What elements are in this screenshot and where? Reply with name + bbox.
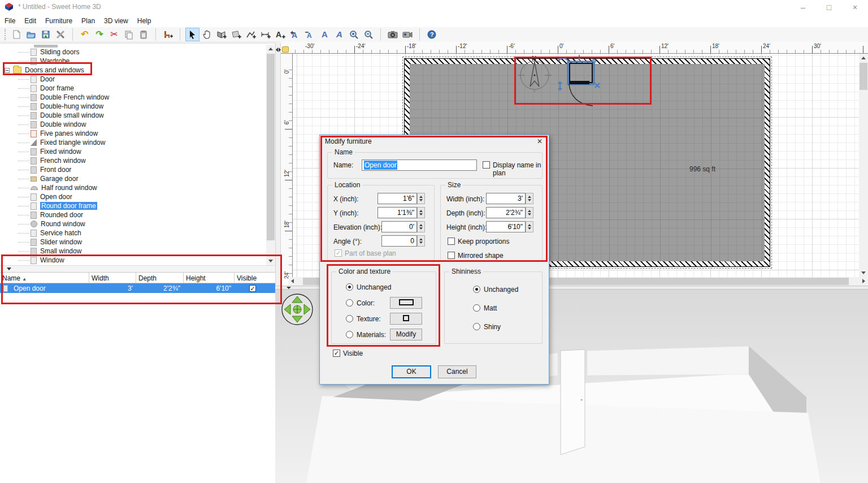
x-input[interactable]: 1'6" bbox=[377, 193, 417, 204]
catalog-item[interactable]: Door frame bbox=[0, 84, 266, 93]
catalog-item[interactable]: Front door bbox=[0, 165, 266, 174]
help-icon[interactable]: ? bbox=[425, 28, 439, 41]
mirrored-shape-checkbox[interactable] bbox=[448, 252, 455, 259]
catalog-item[interactable]: Five panes window bbox=[0, 129, 266, 138]
column-header-height[interactable]: Height bbox=[184, 273, 235, 283]
video-icon[interactable] bbox=[401, 28, 415, 41]
materials-modify-button[interactable]: Modify bbox=[390, 329, 422, 340]
scroll-left-icon[interactable] bbox=[288, 277, 297, 286]
3d-navigation-control[interactable] bbox=[281, 293, 314, 326]
column-header-depth[interactable]: Depth bbox=[136, 273, 184, 283]
y-input[interactable]: 1'1⅜" bbox=[377, 207, 417, 218]
cut-icon[interactable]: ✂ bbox=[107, 28, 121, 41]
depth-spinner[interactable] bbox=[526, 207, 533, 218]
ok-button[interactable]: OK bbox=[392, 365, 431, 378]
catalog-item-selected[interactable]: Round door frame bbox=[0, 201, 266, 210]
dialog-visible-checkbox[interactable]: ✓ bbox=[333, 350, 340, 357]
column-header-visible[interactable]: Visible bbox=[235, 273, 275, 283]
pan-tool-icon[interactable] bbox=[200, 28, 214, 41]
color-unchanged-radio[interactable] bbox=[346, 283, 353, 291]
column-header-width[interactable]: Width bbox=[89, 273, 136, 283]
open-folder-icon[interactable] bbox=[24, 28, 38, 41]
color-swatch-button[interactable] bbox=[390, 297, 422, 309]
catalog-item[interactable]: Half round window bbox=[0, 183, 266, 192]
scroll-down-icon[interactable] bbox=[266, 257, 275, 265]
angle-spinner[interactable] bbox=[417, 235, 425, 247]
elevation-input[interactable]: 0' bbox=[381, 221, 417, 232]
preferences-icon[interactable] bbox=[54, 28, 68, 41]
zoom-out-icon[interactable] bbox=[362, 28, 376, 41]
catalog-item[interactable]: Double French window bbox=[0, 93, 266, 102]
splitter-arrow-icon[interactable] bbox=[287, 287, 291, 289]
splitter-arrow-icon[interactable] bbox=[7, 268, 11, 270]
width-spinner[interactable] bbox=[526, 193, 533, 204]
catalog-scrollbar[interactable] bbox=[266, 45, 275, 265]
catalog-item[interactable]: Double window bbox=[0, 120, 266, 129]
menu-furniture[interactable]: Furniture bbox=[41, 15, 77, 27]
maximize-button[interactable]: □ bbox=[816, 0, 842, 15]
decrease-text-size-icon[interactable]: A bbox=[303, 28, 317, 41]
create-dimensions-icon[interactable] bbox=[259, 28, 273, 41]
menu-3d-view[interactable]: 3D view bbox=[99, 15, 133, 27]
texture-swatch-button[interactable] bbox=[390, 313, 422, 325]
zoom-in-icon[interactable] bbox=[347, 28, 361, 41]
keep-proportions-checkbox[interactable] bbox=[448, 238, 455, 245]
add-furniture-icon[interactable] bbox=[161, 28, 175, 41]
new-file-icon[interactable] bbox=[10, 28, 24, 41]
redo-icon[interactable]: ↷ bbox=[93, 28, 107, 41]
column-header-name[interactable]: Name ▲ bbox=[0, 273, 89, 283]
scroll-up-icon[interactable] bbox=[266, 45, 275, 53]
create-polylines-icon[interactable] bbox=[244, 28, 258, 41]
splitter-left-icon[interactable] bbox=[276, 48, 278, 52]
visible-checkbox[interactable]: ✓ bbox=[249, 285, 256, 292]
catalog-item[interactable]: Double small window bbox=[0, 111, 266, 120]
create-walls-icon[interactable] bbox=[215, 28, 229, 41]
cell-visible[interactable]: ✓ bbox=[235, 285, 271, 292]
close-button[interactable]: × bbox=[842, 0, 868, 15]
catalog-item[interactable]: Wardrobe bbox=[0, 57, 266, 66]
catalog-category-doors-and-windows[interactable]: Doors and windows bbox=[0, 66, 266, 75]
italic-icon[interactable]: A bbox=[332, 28, 346, 41]
matt-radio[interactable] bbox=[473, 304, 480, 312]
height-spinner[interactable] bbox=[526, 221, 533, 232]
catalog-item[interactable]: Fixed triangle window bbox=[0, 138, 266, 147]
catalog-item[interactable]: Rounded door bbox=[0, 210, 266, 219]
scrollbar-thumb[interactable] bbox=[267, 54, 275, 240]
select-tool-icon[interactable] bbox=[185, 28, 199, 41]
save-icon[interactable] bbox=[39, 28, 53, 41]
dialog-close-icon[interactable]: ✕ bbox=[535, 137, 544, 146]
menu-help[interactable]: Help bbox=[133, 15, 156, 27]
minimize-button[interactable]: – bbox=[790, 0, 816, 15]
display-name-checkbox[interactable] bbox=[483, 161, 490, 169]
scroll-right-icon[interactable] bbox=[860, 277, 868, 286]
name-input[interactable]: Open door bbox=[362, 159, 477, 171]
catalog-item[interactable]: Round window bbox=[0, 219, 266, 228]
plan-vertical-scrollbar[interactable] bbox=[859, 54, 868, 277]
elevation-spinner[interactable] bbox=[417, 221, 425, 232]
bold-icon[interactable]: A bbox=[318, 28, 332, 41]
catalog-item[interactable]: French window bbox=[0, 156, 266, 165]
y-spinner[interactable] bbox=[417, 207, 425, 218]
catalog-item[interactable]: Double-hung window bbox=[0, 102, 266, 111]
catalog-item[interactable]: Small window bbox=[0, 247, 266, 256]
width-input[interactable]: 3' bbox=[486, 193, 526, 204]
catalog-item[interactable]: Garage door bbox=[0, 174, 266, 183]
paste-icon[interactable] bbox=[137, 28, 151, 41]
catalog-item[interactable]: Fixed window bbox=[0, 147, 266, 156]
texture-radio[interactable] bbox=[346, 315, 353, 322]
shiny-radio[interactable] bbox=[473, 323, 480, 330]
catalog-item[interactable]: Window bbox=[0, 256, 266, 265]
menu-plan[interactable]: Plan bbox=[77, 15, 99, 27]
color-radio[interactable] bbox=[346, 299, 353, 307]
catalog-item[interactable]: Open door bbox=[0, 192, 266, 201]
collapse-icon[interactable] bbox=[5, 68, 10, 73]
materials-radio[interactable] bbox=[346, 331, 353, 338]
dialog-title-bar[interactable]: Modify furniture ✕ bbox=[320, 135, 549, 148]
compass[interactable]: N bbox=[517, 55, 553, 92]
menu-file[interactable]: File bbox=[0, 15, 20, 27]
catalog-list-splitter[interactable] bbox=[0, 265, 275, 272]
scroll-down-icon[interactable] bbox=[859, 269, 868, 277]
x-spinner[interactable] bbox=[417, 193, 425, 204]
catalog-item[interactable]: Sliding doors bbox=[0, 48, 266, 57]
photo-icon[interactable] bbox=[386, 28, 400, 41]
